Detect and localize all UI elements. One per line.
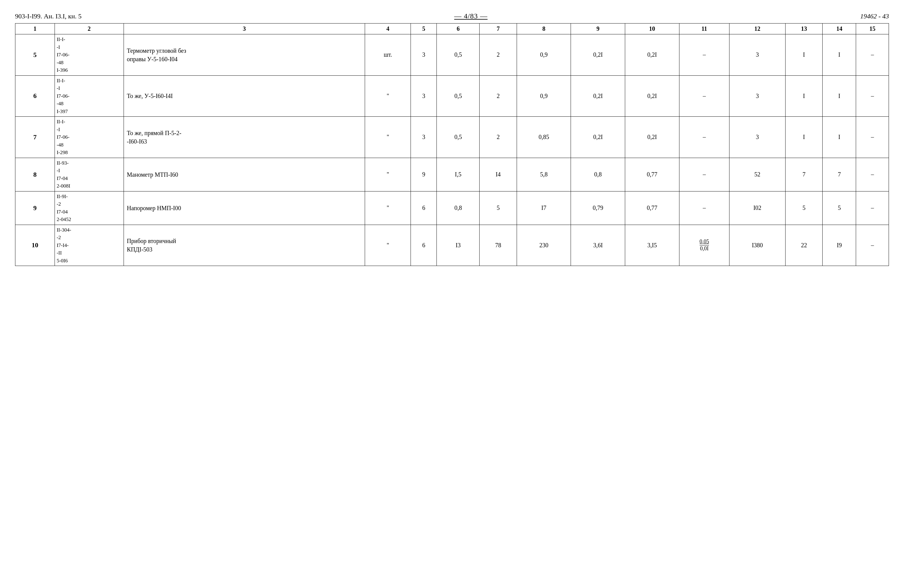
row-col-6: I,5	[437, 158, 480, 191]
row-col-7: 78	[480, 224, 517, 266]
row-col-6: I3	[437, 224, 480, 266]
row-col-5: 3	[411, 117, 437, 158]
row-col-6: 0,5	[437, 34, 480, 76]
row-description: То же, У-5-I60-I4I	[123, 75, 365, 117]
row-number: 7	[15, 117, 55, 158]
row-col-11: –	[679, 158, 729, 191]
row-col-5: 6	[411, 224, 437, 266]
row-col-9: 0,2I	[571, 117, 625, 158]
col-header-3: 3	[123, 24, 365, 34]
table-header-row: 1 2 3 4 5 6 7 8 9 10 11 12 13 14 15	[15, 24, 889, 34]
row-code: II-93--II7-042-008I	[55, 158, 123, 191]
row-col-11: 0,05 0,0I	[679, 224, 729, 266]
row-code: II-9I--2I7-042-0452	[55, 191, 123, 224]
table-row: 7II-I--II7-06--48I-298То же, прямой П-5-…	[15, 117, 889, 158]
fraction: 0,05 0,0I	[700, 239, 709, 252]
col-header-13: 13	[785, 24, 822, 34]
row-col-12: 52	[730, 158, 785, 191]
row-col-5: 9	[411, 158, 437, 191]
col-header-6: 6	[437, 24, 480, 34]
row-col-11: –	[679, 117, 729, 158]
row-col-14: I9	[823, 224, 856, 266]
row-col-13: 7	[785, 158, 822, 191]
row-col-14: 5	[823, 191, 856, 224]
page-header: 903-I-I99. Ан. I3.I, кн. 5 — 4/83 — 1946…	[15, 12, 889, 20]
row-col-12: I02	[730, 191, 785, 224]
col-header-15: 15	[856, 24, 889, 34]
row-description: Напоромер НМП-I00	[123, 191, 365, 224]
row-description: Термометр угловой безоправы У-5-160-I04	[123, 34, 365, 76]
row-number: 6	[15, 75, 55, 117]
row-col-10: 3,I5	[625, 224, 680, 266]
row-col-7: I4	[480, 158, 517, 191]
row-number: 9	[15, 191, 55, 224]
row-col-14: 7	[823, 158, 856, 191]
row-col-5: 3	[411, 75, 437, 117]
row-col-13: I	[785, 117, 822, 158]
col-header-14: 14	[823, 24, 856, 34]
row-col-13: I	[785, 34, 822, 76]
row-number: 5	[15, 34, 55, 76]
row-col-15: –	[856, 75, 889, 117]
row-unit: шт.	[365, 34, 411, 76]
row-col-12: 3	[730, 75, 785, 117]
row-col-11: –	[679, 34, 729, 76]
header-center: — 4/83 —	[454, 12, 488, 20]
col-header-11: 11	[679, 24, 729, 34]
row-unit: "	[365, 224, 411, 266]
row-code: II-I--II7-06--48I-298	[55, 117, 123, 158]
row-col-10: 0,77	[625, 191, 680, 224]
row-col-8: 230	[517, 224, 571, 266]
row-code: II-304--2I7-I4--II5-0I6	[55, 224, 123, 266]
col-header-1: 1	[15, 24, 55, 34]
row-col-9: 0,2I	[571, 34, 625, 76]
row-col-15: –	[856, 34, 889, 76]
row-col-12: 3	[730, 117, 785, 158]
row-col-14: I	[823, 75, 856, 117]
row-col-9: 0,8	[571, 158, 625, 191]
header-right: 19462 - 43	[860, 13, 889, 20]
row-col-8: 5,8	[517, 158, 571, 191]
row-col-6: 0,5	[437, 117, 480, 158]
row-col-7: 2	[480, 117, 517, 158]
row-col-15: –	[856, 117, 889, 158]
row-col-13: I	[785, 75, 822, 117]
row-col-15: –	[856, 191, 889, 224]
row-col-9: 0,79	[571, 191, 625, 224]
col-header-8: 8	[517, 24, 571, 34]
table-row: 5II-I--II7-06--48I-396Термометр угловой …	[15, 34, 889, 76]
header-left: 903-I-I99. Ан. I3.I, кн. 5	[15, 13, 82, 20]
row-description: То же, прямой П-5-2--I60-I63	[123, 117, 365, 158]
row-col-14: I	[823, 117, 856, 158]
row-col-10: 0,77	[625, 158, 680, 191]
row-col-11: –	[679, 75, 729, 117]
row-col-8: 0,9	[517, 34, 571, 76]
row-col-8: 0,85	[517, 117, 571, 158]
col-header-9: 9	[571, 24, 625, 34]
table-row: 10II-304--2I7-I4--II5-0I6Прибор вторичны…	[15, 224, 889, 266]
row-col-9: 0,2I	[571, 75, 625, 117]
row-col-9: 3,6I	[571, 224, 625, 266]
row-number: 8	[15, 158, 55, 191]
col-header-12: 12	[730, 24, 785, 34]
row-col-15: –	[856, 224, 889, 266]
table-row: 6II-I--II7-06--48I-397То же, У-5-I60-I4I…	[15, 75, 889, 117]
row-col-14: I	[823, 34, 856, 76]
row-unit: "	[365, 191, 411, 224]
row-col-6: 0,8	[437, 191, 480, 224]
table-row: 9II-9I--2I7-042-0452Напоромер НМП-I00"60…	[15, 191, 889, 224]
row-description: Прибор вторичныйКПДI-503	[123, 224, 365, 266]
row-col-13: 5	[785, 191, 822, 224]
row-col-13: 22	[785, 224, 822, 266]
row-col-15: –	[856, 158, 889, 191]
col-header-2: 2	[55, 24, 123, 34]
row-unit: "	[365, 117, 411, 158]
row-unit: "	[365, 158, 411, 191]
row-col-6: 0,5	[437, 75, 480, 117]
row-number: 10	[15, 224, 55, 266]
row-col-12: I380	[730, 224, 785, 266]
row-col-12: 3	[730, 34, 785, 76]
col-header-10: 10	[625, 24, 680, 34]
row-col-7: 2	[480, 75, 517, 117]
row-col-5: 6	[411, 191, 437, 224]
